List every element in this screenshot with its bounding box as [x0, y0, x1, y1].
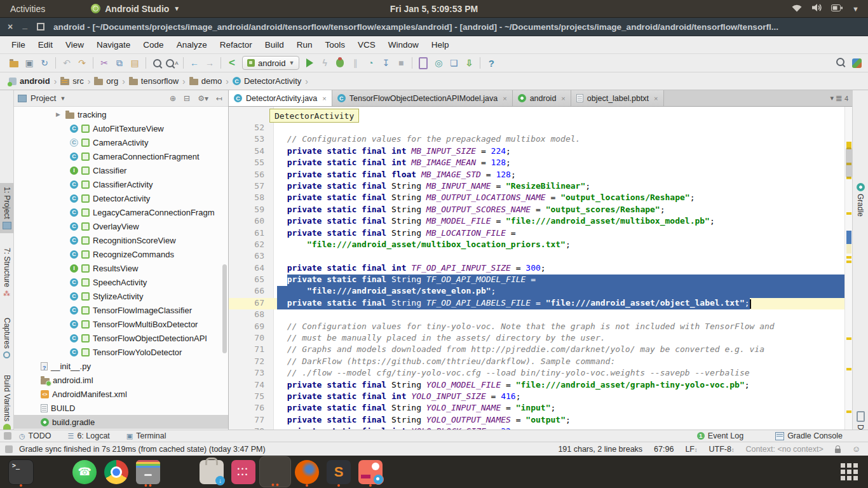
breadcrumb-item-detectoractivity[interactable]: CDetectorActivity	[233, 76, 301, 86]
wifi-icon[interactable]	[791, 3, 803, 15]
tree-item-tensorflowmultiboxdetector[interactable]: CTensorFlowMultiBoxDetector	[14, 317, 228, 331]
sdk-manager-icon[interactable]: ⇩	[461, 56, 477, 70]
minimize-window-icon[interactable]: _	[22, 20, 27, 29]
menu-help[interactable]: Help	[426, 38, 454, 51]
toolwindow-switcher-icon[interactable]	[4, 432, 11, 440]
dock-item-firefox[interactable]	[291, 456, 323, 487]
menu-file[interactable]: File	[6, 38, 31, 51]
editor-error-stripe[interactable]	[844, 107, 852, 430]
menu-window[interactable]: Window	[383, 38, 424, 51]
tree-item-classifieractivity[interactable]: CClassifierActivity	[14, 177, 228, 191]
caret-position[interactable]: 67:96	[654, 445, 674, 454]
tree-item-tensorflowimageclassifier[interactable]: CTensorFlowImageClassifier	[14, 303, 228, 317]
menu-refactor[interactable]: Refactor	[215, 38, 257, 51]
dock-item-terminal[interactable]	[5, 456, 37, 487]
coverage-icon[interactable]: ↧	[378, 56, 393, 70]
layout-inspector-icon[interactable]: ❏	[446, 56, 461, 70]
dock-item-virtualbox[interactable]	[164, 456, 196, 487]
inspections-hector-icon[interactable]: ☺	[852, 444, 860, 454]
editor-tab-tensorflowobjectdetectionapimodel-java[interactable]: CTensorFlowObjectDetectionAPIModel.java×	[332, 90, 513, 106]
dock-item-chrome[interactable]	[100, 456, 132, 487]
editor-tab-detectoractivity-java[interactable]: CDetectorActivity.java×	[229, 90, 332, 106]
collapse-all-icon[interactable]: ⊟	[182, 94, 192, 103]
tree-item-resultsview[interactable]: IResultsView	[14, 261, 228, 275]
dock-item-tweaks[interactable]: ••••••	[227, 456, 259, 487]
debug-icon[interactable]	[332, 56, 348, 70]
stop-icon[interactable]: ■	[393, 56, 409, 70]
tree-item-overlayview[interactable]: COverlayView	[14, 219, 228, 233]
stripe-tab--structure[interactable]: 7: Structure⁂	[0, 248, 13, 298]
open-file-icon[interactable]	[6, 56, 22, 70]
help-icon[interactable]: ?	[484, 56, 499, 70]
profiler-icon[interactable]: ◔	[363, 56, 378, 70]
close-window-icon[interactable]: ×	[8, 22, 13, 31]
tree-scrollbar[interactable]	[222, 264, 227, 353]
locate-file-icon[interactable]: ⊕	[168, 94, 178, 103]
system-menu-chevron-icon[interactable]: ▼	[852, 5, 859, 13]
expand-arrow-icon[interactable]: ▶	[56, 111, 62, 118]
stripe-tab--project[interactable]: 1: Project	[0, 183, 13, 233]
apply-changes-icon[interactable]: ϟ	[317, 56, 332, 70]
stripe-tab-gradle[interactable]: Gradle	[853, 183, 868, 217]
tree-item-tensorflowyolodetector[interactable]: CTensorFlowYoloDetector	[14, 345, 228, 359]
tree-item-android-iml[interactable]: android.iml	[14, 373, 228, 387]
breadcrumb-item-android[interactable]: android	[9, 76, 50, 86]
chevron-down-icon[interactable]: ▼	[60, 95, 65, 102]
sync-icon[interactable]: ↻	[37, 56, 52, 70]
dock-item-files[interactable]	[132, 456, 164, 487]
menu-edit[interactable]: Edit	[33, 38, 58, 51]
tree-item-stylizeactivity[interactable]: CStylizeActivity	[14, 289, 228, 303]
menu-analyze[interactable]: Analyze	[172, 38, 212, 51]
undo-icon[interactable]: ↶	[59, 56, 74, 70]
cut-icon[interactable]: ✂	[97, 56, 112, 70]
toolwindow-button-terminal[interactable]: ▣Terminal	[126, 431, 166, 440]
sync-project-gradle-icon[interactable]: ◎	[431, 56, 446, 70]
save-all-icon[interactable]: ▣	[22, 56, 37, 70]
tree-item-classifier[interactable]: IClassifier	[14, 163, 228, 177]
compile-icon[interactable]: <	[224, 56, 240, 70]
tree-item-tensorflowobjectdetectionapi[interactable]: CTensorFlowObjectDetectionAPI	[14, 331, 228, 345]
stripe-tab-build-variants[interactable]: Build Variants	[0, 375, 13, 430]
toolwindow-button-console[interactable]: Gradle Console	[775, 431, 843, 440]
menu-build[interactable]: Build	[260, 38, 289, 51]
close-tab-icon[interactable]: ×	[322, 95, 326, 102]
close-tab-icon[interactable]: ×	[561, 95, 565, 102]
tree-item-tracking[interactable]: ▶tracking	[14, 107, 228, 121]
dock-item-android-studio[interactable]	[259, 456, 291, 487]
status-toggle-icon[interactable]	[5, 445, 13, 453]
attach-debugger-icon[interactable]: ∥	[348, 56, 363, 70]
menu-vcs[interactable]: VCS	[353, 38, 381, 51]
menu-navigate[interactable]: Navigate	[92, 38, 135, 51]
activities-button[interactable]: Activities	[10, 4, 45, 14]
app-menu[interactable]: Android Studio ▼	[91, 4, 180, 14]
hidden-tabs-indicator[interactable]: ▾≣4	[830, 90, 852, 106]
editor-tab-android[interactable]: android×	[513, 90, 571, 106]
volume-icon[interactable]	[811, 3, 822, 15]
menu-view[interactable]: View	[60, 38, 89, 51]
tree-item-recognizecommands[interactable]: CRecognizeCommands	[14, 247, 228, 261]
menu-tools[interactable]: Tools	[320, 38, 351, 51]
tree-item--init-py[interactable]: __init__.py	[14, 359, 228, 373]
forward-icon[interactable]: →	[202, 56, 217, 70]
system-clock[interactable]: Fri Jan 5, 5:09:53 PM	[390, 4, 478, 14]
line-ending-select[interactable]: LF↕	[685, 445, 697, 454]
tree-item-speechactivity[interactable]: CSpeechActivity	[14, 275, 228, 289]
run-button[interactable]	[302, 56, 317, 70]
toolwindow-button-logcat[interactable]: ☰6: Logcat	[68, 431, 110, 440]
toolwindow-button-todo[interactable]: ◷TODO	[19, 431, 51, 440]
redo-icon[interactable]: ↷	[74, 56, 90, 70]
avd-manager-icon[interactable]	[416, 56, 431, 70]
tree-item-cameraconnectionfragment[interactable]: CCameraConnectionFragment	[14, 149, 228, 163]
stripe-tab-captures[interactable]: Captures	[0, 318, 13, 358]
breadcrumb-item-src[interactable]: src	[60, 76, 83, 86]
breadcrumb-item-demo[interactable]: demo	[189, 76, 222, 86]
copy-icon[interactable]: ⧉	[112, 56, 127, 70]
tree-item-detectoractivity[interactable]: CDetectorActivity	[14, 191, 228, 205]
close-tab-icon[interactable]: ×	[503, 95, 506, 102]
maximize-window-icon[interactable]	[37, 23, 44, 30]
tree-item-legacycameraconnectionfragm[interactable]: CLegacyCameraConnectionFragm	[14, 205, 228, 219]
gear-icon[interactable]: ⚙▾	[196, 94, 210, 103]
tree-item-autofittextureview[interactable]: CAutoFitTextureView	[14, 121, 228, 135]
toolwindow-button-event-log[interactable]: 1Event Log	[697, 431, 743, 440]
editor-scrollbar-thumb[interactable]	[846, 147, 852, 178]
